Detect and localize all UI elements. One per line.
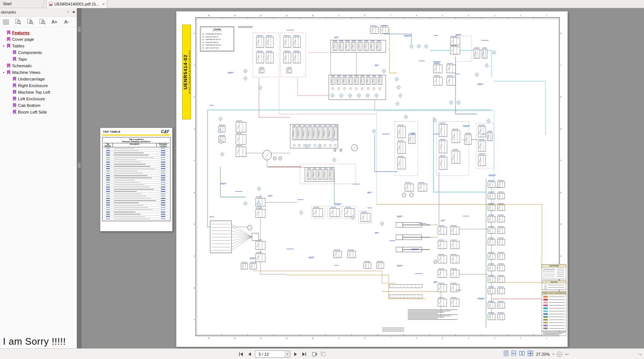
bookmarks-toolbar: A+ A- xyxy=(0,17,77,28)
bookmark-item[interactable]: Components xyxy=(0,49,77,56)
svg-text:12: 12 xyxy=(260,337,262,339)
bookmark-item[interactable]: Schematic xyxy=(0,62,77,69)
svg-text:9: 9 xyxy=(338,15,339,17)
bookmark-item[interactable]: Undercarriage xyxy=(0,76,77,82)
collapse-panel-icon[interactable]: ◀ xyxy=(72,10,75,14)
page-navigation: 5 / 12 ▼ xyxy=(238,350,326,358)
zoom-dropdown-icon[interactable]: ▾ xyxy=(553,353,554,356)
bookmark-icon xyxy=(13,57,16,61)
close-tab-icon[interactable]: × xyxy=(102,2,105,6)
page-dropdown-icon[interactable]: ▼ xyxy=(285,351,290,357)
svg-text:F: F xyxy=(561,160,562,162)
panel-splitter[interactable]: ◂ ◂ xyxy=(77,8,82,348)
new-tab-icon[interactable] xyxy=(312,351,318,357)
continuous-view-button[interactable] xyxy=(511,351,516,358)
splitter-handle-icon[interactable]: ◂ xyxy=(78,162,81,168)
single-page-view-button[interactable] xyxy=(504,351,508,358)
tab-document-label: UENR54140001.pdf (S... xyxy=(54,2,99,6)
bookmark-label[interactable]: Features xyxy=(12,30,30,35)
bookmark-label[interactable]: Left Enclosure xyxy=(18,97,45,101)
svg-text:14: 14 xyxy=(208,337,210,339)
svg-text:8: 8 xyxy=(364,15,365,17)
bookmark-label[interactable]: Schematic xyxy=(12,64,32,68)
bookmark-list: FeaturesCover page▾TablesComponentsTapsS… xyxy=(0,28,77,115)
bookmark-label[interactable]: Undercarriage xyxy=(18,77,45,81)
bookmark-item[interactable]: Cab Bottom xyxy=(0,102,77,109)
panel-list-icon[interactable] xyxy=(2,18,10,26)
zoom-out-button[interactable] xyxy=(557,352,562,357)
tab-start[interactable]: Start xyxy=(0,0,43,8)
svg-text:7: 7 xyxy=(390,15,391,17)
svg-text:G: G xyxy=(194,128,195,130)
bookmark-label[interactable]: Cover page xyxy=(12,37,34,42)
svg-text:D: D xyxy=(194,223,195,225)
svg-text:B: B xyxy=(194,287,195,289)
last-page-button[interactable] xyxy=(301,351,307,357)
document-code-banner: UENR5414-02 36 PAGE, (DIMENSIONS: 48 INC… xyxy=(182,25,191,119)
svg-text:JUMP CONNECTIONS: JUMP CONNECTIONS xyxy=(205,47,219,49)
tab-document[interactable]: UENR54140001.pdf (S... × xyxy=(46,0,107,8)
text-increase-button[interactable]: A+ xyxy=(51,18,58,26)
svg-text:10: 10 xyxy=(312,337,314,339)
bookmark-icon xyxy=(13,97,16,101)
tap-table-columns: Tap Number Description Schematic Locatio… xyxy=(103,143,169,147)
bookmarks-panel-title: okmarks xyxy=(1,10,16,14)
bookmark-icon xyxy=(7,44,10,48)
svg-text:10: 10 xyxy=(312,15,314,17)
magnifier-minus-icon[interactable] xyxy=(39,18,46,26)
bookmark-item[interactable]: Boom Left Side xyxy=(0,109,77,115)
svg-text:2: 2 xyxy=(520,337,521,339)
zoom-slider[interactable] xyxy=(565,354,569,355)
bookmark-caret-icon[interactable]: ▾ xyxy=(3,71,7,74)
bookmark-label[interactable]: Tables xyxy=(12,44,24,48)
bookmarks-panel: okmarks » ◀ A+ A- FeaturesCover page▾Tab… xyxy=(0,8,77,348)
bookmark-icon xyxy=(13,83,16,88)
next-page-button[interactable] xyxy=(293,351,299,357)
svg-text:HYDRAULIC CIRCUIT COLOR DESCRI: HYDRAULIC CIRCUIT COLOR DESCRIPTIONS xyxy=(542,292,565,294)
bookmark-label[interactable]: Machine Views xyxy=(12,70,40,75)
bookmark-caret-icon[interactable]: ▾ xyxy=(3,44,7,48)
bookmark-item[interactable]: ▾Tables xyxy=(0,43,77,49)
svg-text:C: C xyxy=(561,255,562,257)
continuous-facing-view-button[interactable] xyxy=(528,351,533,358)
page-indicator-input[interactable]: 5 / 12 ▼ xyxy=(255,351,290,358)
bookmark-item[interactable]: Left Enclosure xyxy=(0,96,77,102)
svg-text:8: 8 xyxy=(364,337,365,339)
bookmark-item[interactable]: Taps xyxy=(0,56,77,62)
magnifier-plus-icon[interactable] xyxy=(26,18,34,26)
svg-text:6: 6 xyxy=(416,15,417,17)
bookmark-label[interactable]: Components xyxy=(18,50,42,55)
tap-table-body: Tap Locations Pressure, Sampling, and Se… xyxy=(102,137,170,221)
scroll-right-icon[interactable]: → xyxy=(637,351,642,356)
svg-text:H: H xyxy=(561,96,562,98)
bookmark-icon xyxy=(13,50,16,55)
bookmark-label[interactable]: Right Enclosure xyxy=(18,83,48,88)
page-indicator-value: 5 / 12 xyxy=(259,352,269,356)
expand-panel-icon[interactable]: » xyxy=(67,10,69,14)
bookmark-label[interactable]: Cab Bottom xyxy=(18,103,40,108)
bookmark-label[interactable]: Taps xyxy=(18,57,27,61)
bookmark-label[interactable]: Boom Left Side xyxy=(18,110,47,114)
prev-page-button[interactable] xyxy=(247,351,252,357)
svg-text:LEGEND: LEGEND xyxy=(213,28,221,30)
bookmark-item[interactable]: Right Enclosure xyxy=(0,82,77,89)
bookmark-icon xyxy=(7,30,10,35)
svg-text:1: 1 xyxy=(546,15,547,17)
first-page-button[interactable] xyxy=(238,351,244,357)
zoom-level[interactable]: 27.20% xyxy=(536,352,550,356)
bookmark-icon xyxy=(13,110,16,114)
svg-text:13: 13 xyxy=(234,337,236,339)
bookmark-icon xyxy=(7,70,10,75)
bookmark-item[interactable]: ▾Machine Views xyxy=(0,69,77,76)
text-decrease-button[interactable]: A- xyxy=(63,18,70,26)
svg-text:K: K xyxy=(194,33,195,35)
bookmark-item[interactable]: Machine Top Left xyxy=(0,89,77,96)
bookmark-item[interactable]: Cover page xyxy=(0,36,77,43)
splitter-handle-icon[interactable]: ◂ xyxy=(78,26,81,32)
bookmark-label[interactable]: Machine Top Left xyxy=(18,90,50,94)
magnifier-page-icon[interactable] xyxy=(14,18,22,26)
facing-view-button[interactable] xyxy=(519,351,525,358)
bookmark-item[interactable]: Features xyxy=(0,29,77,36)
duplicate-page-icon[interactable] xyxy=(320,351,326,357)
bookmark-icon xyxy=(13,77,16,81)
